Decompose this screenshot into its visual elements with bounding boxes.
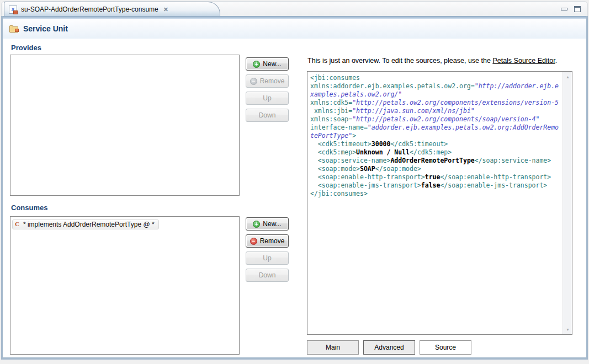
form-header: Service Unit: [3, 19, 586, 39]
provides-down-button[interactable]: Down: [246, 109, 289, 122]
provides-list[interactable]: [10, 55, 240, 196]
button-label: New...: [263, 220, 281, 228]
editor-tab[interactable]: X su-SOAP-AddOrderRemotePortType-consume…: [4, 2, 220, 17]
service-unit-folder-icon: [9, 25, 19, 33]
button-label: New...: [263, 60, 281, 68]
button-label: Remove: [260, 237, 285, 245]
consumes-new-button[interactable]: + New...: [246, 217, 289, 231]
code-line: tePortType">: [310, 132, 561, 140]
service-unit-editor: Service Unit Provides + New... − Remove …: [1, 16, 588, 360]
code-line: </jbi:consumes>: [310, 190, 561, 198]
provides-new-button[interactable]: + New...: [246, 57, 289, 71]
consumes-section-title: Consumes: [11, 204, 47, 212]
consumes-list[interactable]: C* implements AddOrderRemotePortType @ *: [10, 216, 240, 355]
button-label: Down: [259, 111, 276, 119]
view-controls: [561, 6, 581, 12]
scroll-down-icon[interactable]: ▼: [563, 325, 572, 334]
provides-up-button[interactable]: Up: [246, 92, 289, 105]
code-line: <jbi:consumes: [310, 74, 561, 82]
consumes-list-item[interactable]: C* implements AddOrderRemotePortType @ *: [12, 220, 159, 229]
code-line: <cdk5:timeout>30000</cdk5:timeout>: [310, 140, 561, 148]
remove-icon: −: [250, 78, 257, 85]
provides-section-title: Provides: [11, 44, 41, 52]
tab-main[interactable]: Main: [307, 340, 359, 355]
code-line: <cdk5:mep>Unknown / Null</cdk5:mep>: [310, 148, 561, 157]
scroll-up-icon[interactable]: ▲: [563, 72, 572, 81]
remove-icon: −: [250, 238, 257, 245]
code-line: <soap:enable-jms-transport>false</soap:e…: [310, 181, 561, 190]
tab-close-icon[interactable]: ✕: [163, 7, 168, 13]
add-icon: +: [253, 221, 260, 228]
consumes-down-button[interactable]: Down: [246, 269, 289, 282]
minimize-icon[interactable]: [561, 8, 567, 10]
overview-text: This is just an overview. To edit the so…: [307, 57, 492, 65]
overview-note: This is just an overview. To edit the so…: [307, 57, 557, 65]
code-line: <soap:mode>SOAP</soap:mode>: [310, 165, 561, 173]
consumes-remove-button[interactable]: − Remove: [246, 234, 289, 248]
button-label: Remove: [260, 77, 285, 85]
button-label: Down: [259, 271, 276, 279]
button-label: Up: [263, 94, 271, 102]
xml-file-icon: X: [9, 6, 17, 14]
xml-source-code: <jbi:consumesxmlns:addorder.ejb.examples…: [310, 74, 561, 332]
button-label: Up: [263, 254, 271, 262]
source-viewer[interactable]: <jbi:consumesxmlns:addorder.ejb.examples…: [307, 71, 572, 335]
tab-source[interactable]: Source: [420, 340, 471, 355]
maximize-icon[interactable]: [574, 6, 581, 12]
add-icon: +: [253, 61, 260, 68]
code-line: interface-name="addorder.ejb.examples.pe…: [310, 124, 561, 132]
code-line: xmlns:cdk5="http://petals.ow2.org/compon…: [310, 99, 561, 107]
code-line: xamples.petals.ow2.org/": [310, 90, 561, 99]
editor-tab-bar: X su-SOAP-AddOrderRemotePortType-consume…: [1, 1, 588, 16]
consumes-button-column: + New... − Remove Up Down: [246, 217, 289, 282]
provides-remove-button[interactable]: − Remove: [246, 74, 289, 88]
consumes-item-label: * implements AddOrderRemotePortType @ *: [23, 221, 155, 228]
petals-source-editor-link[interactable]: Petals Source Editor: [492, 57, 555, 65]
code-line: xmlns:jbi="http://java.sun.com/xml/ns/jb…: [310, 107, 561, 115]
tab-title: su-SOAP-AddOrderRemotePortType-consume: [21, 6, 158, 13]
consumes-item-icon: C: [15, 221, 19, 227]
overview-text: .: [555, 57, 557, 65]
code-line: <soap:enable-http-transport>true</soap:e…: [310, 173, 561, 181]
code-line: <soap:service-name>AddOrderRemotePortTyp…: [310, 157, 561, 165]
source-scrollbar[interactable]: ▲ ▼: [563, 72, 572, 334]
provides-button-column: + New... − Remove Up Down: [246, 57, 289, 122]
consumes-up-button[interactable]: Up: [246, 251, 289, 265]
tab-advanced[interactable]: Advanced: [363, 340, 415, 355]
page-title: Service Unit: [23, 24, 68, 33]
code-line: xmlns:addorder.ejb.examples.petals.ow2.o…: [310, 82, 561, 90]
code-line: xmlns:soap="http://petals.ow2.org/compon…: [310, 115, 561, 124]
